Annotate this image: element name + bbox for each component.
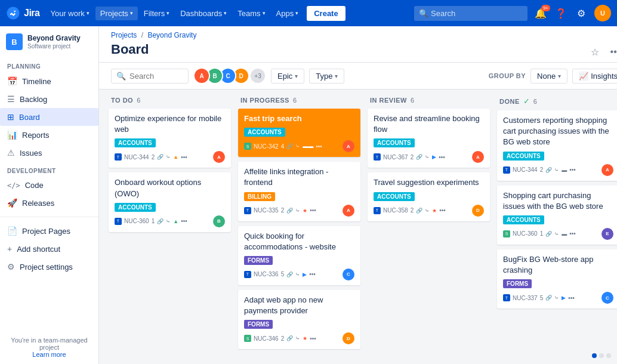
epic-filter[interactable]: Epic ▾ bbox=[271, 69, 304, 84]
avatar-more[interactable]: +3 bbox=[249, 67, 266, 84]
priority-icon: ▲ bbox=[173, 218, 178, 224]
create-button[interactable]: Create bbox=[307, 6, 345, 21]
column-done-header: DONE ✓ 6 bbox=[497, 97, 617, 106]
card-id-icon: S bbox=[244, 143, 251, 150]
child-icon: ⤷ bbox=[295, 143, 300, 149]
link-icon: 🔗 bbox=[545, 295, 552, 301]
project-logo[interactable]: B Beyond Gravity Software project bbox=[0, 26, 98, 57]
card[interactable]: Affelite links integration - frontend BI… bbox=[238, 162, 360, 221]
help-button[interactable]: ❓ bbox=[551, 4, 570, 23]
avatar: A bbox=[472, 151, 484, 163]
column-inprogress-count: 6 bbox=[293, 97, 297, 104]
dots: ••• bbox=[569, 230, 576, 237]
link-icon: 🔗 bbox=[157, 154, 163, 160]
sidebar-footer-link[interactable]: Learn more bbox=[32, 351, 66, 358]
card[interactable]: Quick booking for accommodations - websi… bbox=[238, 226, 360, 285]
sidebar-item-code[interactable]: </> Code bbox=[0, 177, 98, 194]
card[interactable]: Shopping cart purchasing issues with the… bbox=[497, 186, 617, 245]
sidebar-item-releases[interactable]: 🚀 Releases bbox=[0, 194, 98, 212]
dots: ••• bbox=[310, 335, 316, 342]
card-id: NUC-344 bbox=[124, 154, 149, 161]
child-icon: ⤷ bbox=[554, 295, 559, 301]
card[interactable]: Fast trip search ACCOUNTS S NUC-342 4 🔗 … bbox=[238, 109, 360, 157]
card-meta: T NUC-335 2 🔗 ⤷ ★ ••• A bbox=[244, 205, 354, 217]
settings-button[interactable]: ⚙ bbox=[572, 4, 591, 23]
avatar: C bbox=[601, 292, 613, 304]
card-title: Fast trip search bbox=[244, 113, 354, 124]
topnav-search[interactable]: 🔍 Search bbox=[414, 6, 527, 21]
pagination-dot-1[interactable] bbox=[592, 353, 597, 358]
column-inreview-title: IN REVIEW bbox=[370, 97, 407, 104]
notification-badge: 9+ bbox=[541, 5, 550, 11]
none-filter[interactable]: None ▾ bbox=[530, 69, 567, 84]
dots: ••• bbox=[316, 143, 322, 150]
dots: ••• bbox=[181, 154, 187, 161]
card-id: NUC-336 bbox=[254, 271, 279, 277]
column-inreview-header: IN REVIEW 6 bbox=[368, 97, 490, 104]
card-stat: 4 bbox=[281, 143, 285, 150]
sidebar-item-backlog[interactable]: ☰ Backlog bbox=[0, 90, 98, 108]
column-inprogress-cards: Fast trip search ACCOUNTS S NUC-342 4 🔗 … bbox=[238, 109, 360, 349]
card-meta: T NUC-367 2 🔗 ⤷ ▶ ••• A bbox=[374, 151, 484, 163]
card-stat: 2 bbox=[411, 154, 414, 161]
sidebar-item-timeline[interactable]: 📅 Timeline bbox=[0, 72, 98, 90]
card-meta: T NUC-344 2 🔗 ⤷ ▲ ••• A bbox=[115, 151, 225, 163]
dots: ••• bbox=[439, 154, 445, 161]
topnav-yourwork[interactable]: Your work▾ bbox=[45, 7, 94, 20]
project-subtitle: Software project bbox=[27, 43, 81, 50]
sidebar-item-reports[interactable]: 📊 Reports bbox=[0, 126, 98, 144]
search-box[interactable]: 🔍 bbox=[111, 69, 189, 84]
card[interactable]: Travel suggestion experiments ACCOUNTS T… bbox=[368, 172, 490, 221]
search-input[interactable] bbox=[129, 72, 183, 81]
topnav-logo[interactable]: Jira bbox=[6, 6, 39, 20]
sidebar-item-project-settings[interactable]: ⚙ Project settings bbox=[0, 258, 98, 276]
card-id-icon: T bbox=[503, 166, 510, 174]
card-stat: 2 bbox=[281, 335, 285, 342]
column-todo-cards: Optimize experience for mobile web ACCOU… bbox=[109, 109, 231, 232]
card-stat: 5 bbox=[281, 271, 285, 277]
link-icon: 🔗 bbox=[416, 208, 422, 214]
type-filter[interactable]: Type ▾ bbox=[309, 69, 344, 84]
sidebar-item-add-shortcut[interactable]: + Add shortcut bbox=[0, 240, 98, 258]
dots: ••• bbox=[310, 207, 316, 214]
sidebar-item-issues[interactable]: ⚠ Issues bbox=[0, 144, 98, 162]
column-inprogress: IN PROGRESS 6 Fast trip search ACCOUNTS … bbox=[238, 97, 360, 357]
link-icon: 🔗 bbox=[286, 272, 293, 277]
column-done-count: 6 bbox=[533, 98, 537, 105]
user-avatar[interactable]: U bbox=[594, 5, 611, 21]
timeline-icon: 📅 bbox=[7, 76, 17, 86]
sidebar-item-project-pages[interactable]: 📄 Project Pages bbox=[0, 222, 98, 240]
notifications-button[interactable]: 🔔9+ bbox=[531, 4, 550, 23]
column-inreview: IN REVIEW 6 Revise and streamline bookin… bbox=[368, 97, 490, 357]
card[interactable]: BugFix BG Web-store app crashing FORMS T… bbox=[497, 249, 617, 309]
topnav-dashboards[interactable]: Dashboards▾ bbox=[175, 7, 232, 20]
card-id: NUC-337 bbox=[513, 295, 538, 301]
card-id: NUC-344 bbox=[513, 166, 538, 173]
pagination-dot-3[interactable] bbox=[606, 353, 611, 358]
card-id: NUC-358 bbox=[383, 207, 408, 214]
sidebar-item-board[interactable]: ⊞ Board bbox=[0, 108, 98, 126]
card[interactable]: Customers reporting shopping cart purcha… bbox=[497, 110, 617, 181]
card[interactable]: Adapt web app no new payments provider F… bbox=[238, 290, 360, 349]
card[interactable]: Optimize experience for mobile web ACCOU… bbox=[109, 109, 231, 168]
topnav-teams[interactable]: Teams▾ bbox=[233, 7, 270, 20]
card-id: NUC-342 bbox=[254, 143, 279, 150]
card[interactable]: Onboard workout options (OWO) ACCOUNTS T… bbox=[109, 172, 231, 232]
topnav-filters[interactable]: Filters▾ bbox=[139, 7, 174, 20]
card-id: NUC-335 bbox=[254, 207, 279, 214]
planning-section-label: PLANNING bbox=[0, 57, 98, 72]
breadcrumb-project[interactable]: Beyond Gravity bbox=[147, 31, 196, 39]
topnav-projects[interactable]: Projects▾ bbox=[95, 7, 138, 20]
insights-button[interactable]: 📈 Insights bbox=[572, 69, 617, 84]
avatar-1[interactable]: A bbox=[193, 67, 210, 84]
star-button[interactable]: ☆ bbox=[586, 43, 604, 61]
card-meta: S NUC-360 1 🔗 ⤷ ▬ ••• E bbox=[503, 228, 613, 240]
topnav-apps[interactable]: Apps▾ bbox=[272, 7, 304, 20]
pagination-dot-2[interactable] bbox=[599, 353, 604, 358]
card[interactable]: Revise and streamline booking flow ACCOU… bbox=[368, 109, 490, 168]
more-button[interactable]: ••• bbox=[606, 43, 617, 61]
breadcrumb-projects[interactable]: Projects bbox=[111, 31, 137, 39]
dots: ••• bbox=[569, 166, 576, 173]
link-icon: 🔗 bbox=[157, 218, 163, 224]
card-label: ACCOUNTS bbox=[374, 138, 415, 147]
